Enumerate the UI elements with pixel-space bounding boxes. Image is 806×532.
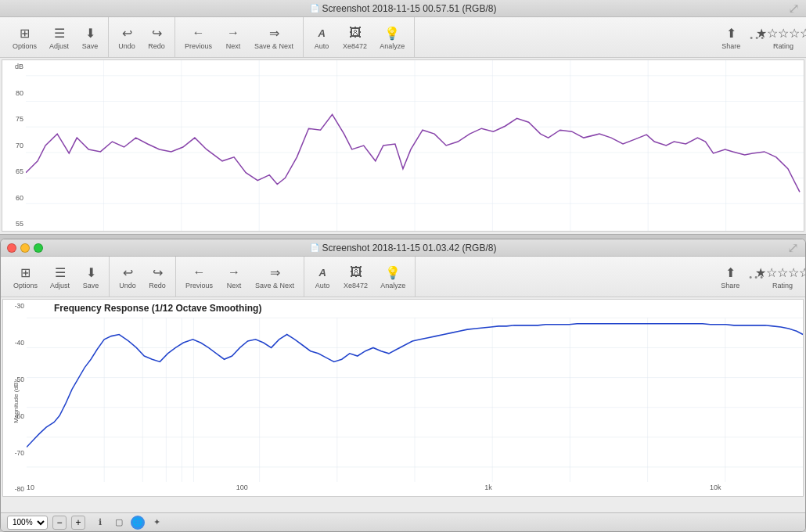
save-button2[interactable]: ⬇ Save: [76, 261, 106, 293]
chart-area2: -30 -40 -50 -60 -70 -80 Frequency Respon…: [2, 299, 804, 497]
chart-area1: dB 80 75 70 65 60 55: [2, 59, 804, 232]
undo-button2[interactable]: ↩ Undo: [113, 261, 142, 293]
xe8472-button1[interactable]: 🖼 Xe8472: [336, 21, 373, 53]
share-icon2: ⬆: [721, 264, 739, 281]
undo-button1[interactable]: ↩ Undo: [112, 21, 142, 53]
window2-toolbar: ⊞ Options ☰ Adjust ⬇ Save ↩ Undo ↪ Redo: [1, 257, 805, 297]
chart-title2: Frequency Response (1/12 Octave Smoothin…: [54, 303, 261, 314]
minimize-button2[interactable]: [20, 243, 30, 253]
auto-icon2: A: [314, 264, 331, 281]
redo-button2[interactable]: ↪ Redo: [142, 261, 172, 293]
options-button1[interactable]: ⊞ Options: [6, 21, 43, 53]
save-button1[interactable]: ⬇ Save: [75, 21, 105, 53]
zoom-plus-button[interactable]: +: [71, 516, 85, 530]
window1-toolbar: ⊞ Options ☰ Adjust ⬇ Save ↩ Undo ↪ Redo: [0, 17, 806, 58]
zoom-select[interactable]: 100%: [7, 516, 48, 530]
window-controls2: [7, 243, 43, 253]
resize-icon1[interactable]: ⤢: [788, 0, 800, 17]
analyze-icon2: 💡: [384, 264, 401, 281]
photo-icon2: 🖼: [347, 264, 365, 281]
undo-icon1: ↩: [118, 24, 135, 41]
photo-icon1: 🖼: [347, 24, 364, 41]
next-button2[interactable]: → Next: [219, 261, 249, 293]
x-tick-10: 10: [27, 483, 34, 491]
rating-icon1: ★☆☆☆☆: [775, 24, 792, 41]
tg-share1: ⬆ Share • • • ★☆☆☆☆ Rating: [712, 17, 803, 57]
tg-tools1: A Auto 🖼 Xe8472 💡 Analyze: [304, 17, 415, 57]
x-axis2: 10 100 1k 10k: [27, 483, 803, 496]
x-tick-10k: 10k: [710, 483, 721, 491]
chart-inner2: Frequency Response (1/12 Octave Smoothin…: [27, 300, 803, 496]
analyze-icon1: 💡: [383, 24, 401, 41]
tg-tools2: A Auto 🖼 Xe8472 💡 Analyze: [304, 257, 416, 297]
share-button2[interactable]: ⬆ Share: [714, 261, 746, 293]
chart-inner1: [26, 60, 804, 231]
options-button2[interactable]: ⊞ Options: [7, 261, 44, 293]
next-icon1: →: [225, 24, 242, 41]
save-next-button1[interactable]: ⇒ Save & Next: [248, 21, 300, 53]
maximize-button2[interactable]: [34, 243, 43, 253]
analyze-button1[interactable]: 💡 Analyze: [373, 21, 411, 53]
window1: 📄 Screenshot 2018-11-15 00.57.51 (RGB/8)…: [0, 0, 806, 235]
next-icon2: →: [225, 264, 243, 281]
share-button1[interactable]: ⬆ Share: [715, 21, 747, 53]
analyze-button2[interactable]: 💡 Analyze: [374, 261, 412, 293]
grid-icon-bottom[interactable]: ▢: [112, 516, 126, 530]
y-tick-db: dB: [2, 63, 23, 70]
y-label2: Magnitude (dB): [13, 380, 20, 423]
bottom-icons: ℹ ▢ 🌐 ✦: [93, 516, 164, 530]
x-tick-100: 100: [236, 483, 248, 491]
tg-undoredo2: ↩ Undo ↪ Redo: [110, 257, 176, 297]
prev-icon2: ←: [191, 264, 208, 281]
tg-options1: ⊞ Options ☰ Adjust ⬇ Save: [3, 17, 109, 57]
bottom-bar2: 100% − + ℹ ▢ 🌐 ✦: [1, 512, 805, 531]
save-icon2: ⬇: [82, 264, 99, 281]
save-next-button2[interactable]: ⇒ Save & Next: [249, 261, 300, 293]
save-next-icon2: ⇒: [266, 264, 283, 281]
window2-titlebar: 📄 Screenshot 2018-11-15 01.03.42 (RGB/8)…: [1, 239, 805, 257]
save-icon1: ⬇: [81, 24, 99, 41]
rating-icon2: ★☆☆☆☆: [774, 264, 791, 281]
y-axis1: dB 80 75 70 65 60 55: [2, 60, 26, 231]
info-icon-bottom[interactable]: ℹ: [93, 516, 107, 530]
share-icon1: ⬆: [722, 24, 739, 41]
tg-share2: ⬆ Share • • • ★☆☆☆☆ Rating: [711, 257, 802, 297]
auto-icon1: A: [313, 24, 330, 41]
window2: 📄 Screenshot 2018-11-15 01.03.42 (RGB/8)…: [0, 239, 806, 532]
globe-icon-bottom[interactable]: 🌐: [131, 516, 145, 530]
auto-button1[interactable]: A Auto: [307, 21, 336, 53]
previous-button2[interactable]: ← Previous: [179, 261, 219, 293]
undo-icon2: ↩: [119, 264, 136, 281]
window1-titlebar: 📄 Screenshot 2018-11-15 00.57.51 (RGB/8)…: [0, 0, 806, 17]
close-button2[interactable]: [7, 243, 16, 253]
adjust-button1[interactable]: ☰ Adjust: [43, 21, 75, 53]
auto-button2[interactable]: A Auto: [308, 261, 337, 293]
doc-icon1: 📄: [310, 4, 319, 13]
x-tick-1k: 1k: [484, 483, 492, 491]
xe8472-button2[interactable]: 🖼 Xe8472: [337, 261, 374, 293]
adjust-icon2: ☰: [52, 264, 69, 281]
chart-svg2: [27, 300, 803, 496]
resize-icon2[interactable]: ⤢: [787, 239, 799, 257]
tg-undoredo1: ↩ Undo ↪ Redo: [109, 17, 175, 57]
doc-icon2: 📄: [310, 243, 319, 252]
chart-svg1: [26, 60, 804, 231]
tg-nav2: ← Previous → Next ⇒ Save & Next: [176, 257, 304, 297]
options-icon2: ⊞: [17, 264, 34, 281]
rating-button1[interactable]: ★☆☆☆☆ Rating: [767, 21, 800, 53]
zoom-minus-button[interactable]: −: [52, 516, 67, 530]
prev-icon1: ←: [190, 24, 207, 41]
previous-button1[interactable]: ← Previous: [178, 21, 218, 53]
options-icon1: ⊞: [16, 24, 34, 41]
adjust-icon1: ☰: [51, 24, 68, 41]
redo-button1[interactable]: ↪ Redo: [142, 21, 171, 53]
wand-icon-bottom[interactable]: ✦: [149, 516, 164, 530]
adjust-button2[interactable]: ☰ Adjust: [44, 261, 76, 293]
next-button1[interactable]: → Next: [218, 21, 248, 53]
save-next-icon1: ⇒: [265, 24, 282, 41]
redo-icon1: ↪: [148, 24, 165, 41]
rating-button2[interactable]: ★☆☆☆☆ Rating: [766, 261, 799, 293]
window2-title: Screenshot 2018-11-15 01.03.42 (RGB/8): [322, 243, 497, 253]
window1-title: Screenshot 2018-11-15 00.57.51 (RGB/8): [322, 3, 497, 14]
tg-nav1: ← Previous → Next ⇒ Save & Next: [175, 17, 304, 57]
